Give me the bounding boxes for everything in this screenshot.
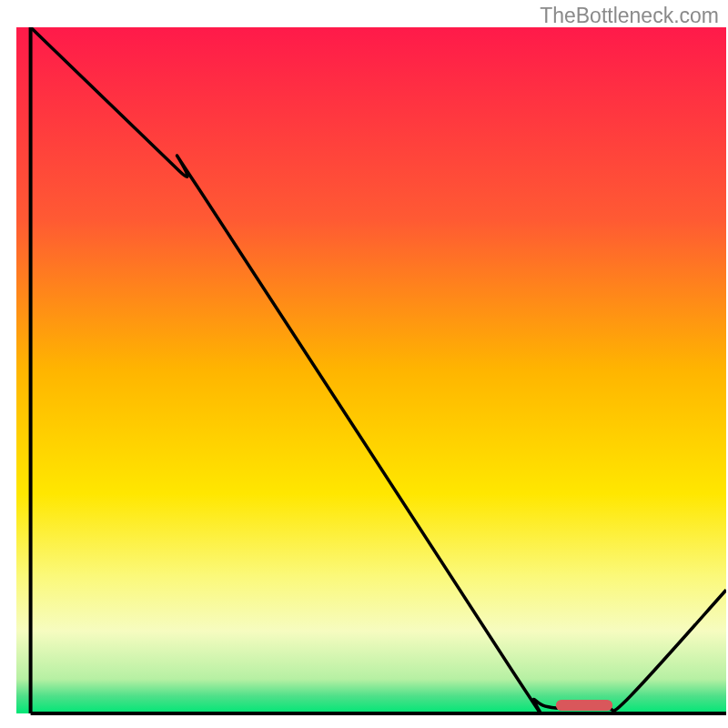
gradient-background xyxy=(16,27,726,713)
optimum-marker xyxy=(556,700,612,711)
chart-svg xyxy=(0,0,728,728)
bottleneck-chart: TheBottleneck.com xyxy=(0,0,728,728)
watermark-text: TheBottleneck.com xyxy=(540,4,719,28)
